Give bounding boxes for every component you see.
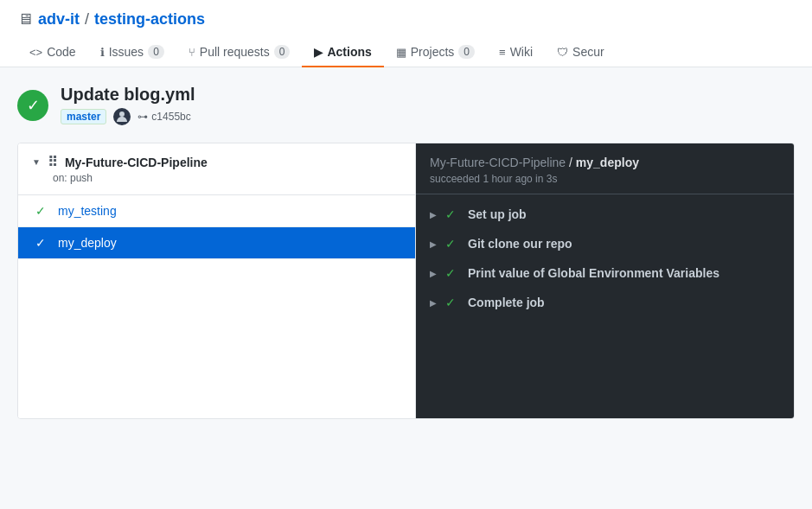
step-arrow-icon-git-clone: ▶: [430, 239, 437, 249]
repo-title: 🖥 adv-it / testing-actions: [17, 10, 795, 29]
svg-point-0: [119, 111, 125, 117]
workflow-layout: ▼ ⠿ My-Future-CICD-Pipeline on: push ✓ m…: [17, 143, 795, 419]
step-arrow-icon-print-env: ▶: [430, 269, 437, 278]
tab-issues-label: Issues: [109, 45, 144, 59]
org-name[interactable]: adv-it: [38, 10, 80, 29]
check-icon-my-deploy: ✓: [35, 236, 49, 250]
title-separator: /: [85, 10, 89, 29]
nav-tabs: <> Code ℹ Issues 0 ⑂ Pull requests 0 ▶ A…: [17, 37, 795, 67]
projects-icon: ▦: [396, 46, 406, 59]
tab-projects-label: Projects: [411, 45, 455, 59]
repo-name[interactable]: testing-actions: [94, 10, 205, 29]
key-icon: ⊶: [137, 111, 148, 123]
step-name-git-clone: Git clone our repo: [468, 237, 572, 251]
security-icon: 🛡: [557, 46, 568, 59]
left-panel: ▼ ⠿ My-Future-CICD-Pipeline on: push ✓ m…: [18, 143, 416, 418]
tab-security-label: Secur: [572, 45, 604, 59]
workflow-name: My-Future-CICD-Pipeline: [65, 156, 208, 169]
commit-hash-value: c1455bc: [151, 111, 190, 123]
actions-icon: ▶: [314, 46, 323, 59]
main-content: ✓ Update blog.yml master ⊶ c1455bc: [0, 67, 812, 436]
projects-badge: 0: [458, 45, 475, 59]
workflow-section: ▼ ⠿ My-Future-CICD-Pipeline on: push: [18, 143, 415, 195]
tab-code-label: Code: [47, 45, 75, 59]
workflow-title: ▼ ⠿ My-Future-CICD-Pipeline: [32, 154, 401, 170]
step-check-icon-complete: ✓: [445, 296, 459, 309]
title-slash: /: [569, 156, 576, 169]
branch-badge[interactable]: master: [61, 109, 106, 124]
job-list: ✓ my_testing ✓ my_deploy: [18, 195, 415, 259]
commit-hash: ⊶ c1455bc: [137, 111, 190, 123]
computer-icon: 🖥: [17, 10, 33, 29]
tab-issues[interactable]: ℹ Issues 0: [88, 38, 176, 67]
step-item-print-env[interactable]: ▶ ✓ Print value of Global Environment Va…: [416, 258, 794, 288]
tab-wiki[interactable]: ≡ Wiki: [487, 38, 545, 67]
tab-actions-label: Actions: [327, 45, 371, 59]
commit-meta: master ⊶ c1455bc: [61, 108, 195, 125]
right-panel-header: My-Future-CICD-Pipeline / my_deploy succ…: [416, 143, 794, 194]
pull-requests-icon: ⑂: [189, 46, 195, 59]
tab-projects[interactable]: ▦ Projects 0: [384, 38, 487, 67]
code-icon: <>: [29, 46, 42, 59]
check-icon-my-testing: ✓: [35, 204, 49, 218]
chevron-down-icon: ▼: [32, 157, 41, 167]
job-item-my-testing[interactable]: ✓ my_testing: [18, 195, 415, 227]
step-check-icon-git-clone: ✓: [445, 237, 459, 251]
commit-header: ✓ Update blog.yml master ⊶ c1455bc: [17, 85, 795, 125]
workflow-trigger: on: push: [32, 172, 401, 184]
wiki-icon: ≡: [499, 46, 506, 59]
steps-list: ▶ ✓ Set up job ▶ ✓ Git clone our repo ▶ …: [416, 194, 794, 322]
step-name-print-env: Print value of Global Environment Variab…: [468, 266, 719, 280]
commit-info: Update blog.yml master ⊶ c1455bc: [61, 85, 195, 125]
step-arrow-icon-complete: ▶: [430, 298, 437, 308]
checkmark-icon: ✓: [27, 96, 40, 115]
workflow-icon: ⠿: [48, 154, 58, 170]
step-item-complete[interactable]: ▶ ✓ Complete job: [416, 288, 794, 317]
job-subtitle: succeeded 1 hour ago in 3s: [430, 173, 780, 185]
repo-header: 🖥 adv-it / testing-actions <> Code ℹ Iss…: [0, 0, 812, 67]
tab-wiki-label: Wiki: [510, 45, 533, 59]
tab-actions[interactable]: ▶ Actions: [302, 38, 383, 67]
step-name-complete: Complete job: [468, 296, 545, 309]
commit-status-circle: ✓: [17, 90, 48, 121]
tab-code[interactable]: <> Code: [17, 38, 88, 67]
right-panel: My-Future-CICD-Pipeline / my_deploy succ…: [416, 143, 794, 418]
pipeline-name: My-Future-CICD-Pipeline: [430, 156, 566, 169]
job-item-my-deploy[interactable]: ✓ my_deploy: [18, 227, 415, 259]
pull-requests-badge: 0: [274, 45, 291, 59]
right-job-name: my_deploy: [576, 156, 639, 169]
tab-security[interactable]: 🛡 Secur: [545, 38, 617, 67]
step-item-setup[interactable]: ▶ ✓ Set up job: [416, 200, 794, 229]
issues-badge: 0: [148, 45, 164, 59]
step-check-icon-setup: ✓: [445, 207, 459, 221]
step-check-icon-print-env: ✓: [445, 266, 459, 280]
job-title-dark: My-Future-CICD-Pipeline / my_deploy: [430, 156, 780, 169]
job-name-my-deploy: my_deploy: [58, 236, 117, 250]
job-name-my-testing: my_testing: [58, 204, 117, 218]
issues-icon: ℹ: [100, 46, 105, 59]
step-name-setup: Set up job: [468, 207, 527, 221]
commit-title: Update blog.yml: [61, 85, 195, 105]
tab-pull-requests-label: Pull requests: [200, 45, 270, 59]
avatar: [113, 108, 131, 125]
step-item-git-clone[interactable]: ▶ ✓ Git clone our repo: [416, 229, 794, 258]
step-arrow-icon-setup: ▶: [430, 210, 437, 220]
tab-pull-requests[interactable]: ⑂ Pull requests 0: [176, 38, 303, 67]
